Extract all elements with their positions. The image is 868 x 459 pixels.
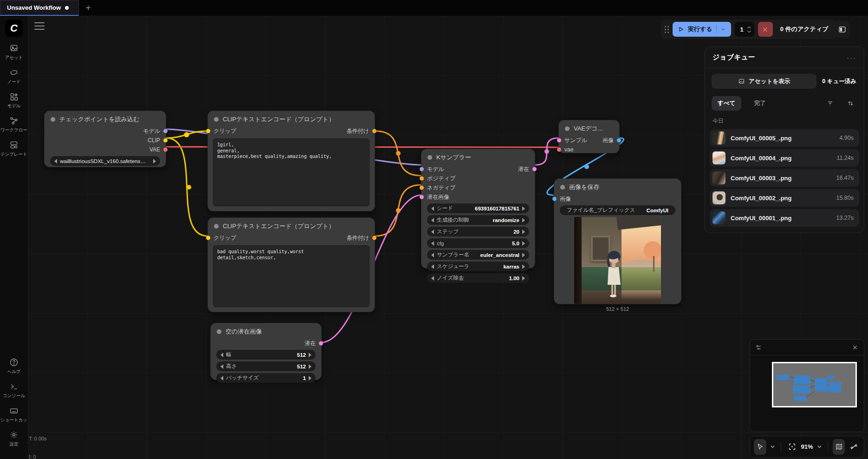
output-port-conditioning[interactable] [372,129,376,133]
sidebar-item-nodes[interactable]: ノード [0,68,28,85]
batch-count-input[interactable]: 1 [735,22,754,37]
cancel-button[interactable] [758,22,773,37]
minimap-viewport[interactable] [772,362,857,407]
node-load-checkpoint[interactable]: チェックポイントを読み込む モデル CLIP VAE wailllustriou… [44,111,166,167]
input-port-positive[interactable] [420,177,424,181]
prompt-textarea[interactable]: bad quality,worst quality,worst detail,s… [213,245,369,307]
image-dimensions: 512 × 512 [606,306,629,312]
queue-menu-button[interactable]: ··· [847,53,856,61]
queue-section-label: 今日 [705,113,864,127]
input-port-clip[interactable] [206,129,210,133]
denoise-widget[interactable]: ノイズ除去1.00 [427,273,529,283]
output-port-image[interactable] [617,138,621,143]
queue-item[interactable]: ComfyUI_00001_.png 13.27s [710,209,859,227]
queue-item[interactable]: ComfyUI_00002_.png 15.80s [710,189,859,207]
output-port-latent[interactable] [532,167,537,171]
queue-item[interactable]: ComfyUI_00003_.png 16.47s [710,169,859,187]
node-save-image[interactable]: 画像を保存 画像 ファイル名_プレフィックス ComfyUI [554,178,681,304]
sidebar-item-models[interactable]: モデル [0,92,28,109]
input-port-latent-image[interactable] [420,195,424,199]
step-up-icon[interactable] [747,26,751,29]
node-ksampler[interactable]: Kサンプラー モデル 潜在 ポジティブ ネガティブ 潜在画像 シード693916… [421,149,535,269]
result-thumbnail [713,151,725,164]
workflow-tab[interactable]: Unsaved Workflow [0,0,79,16]
node-empty-latent-image[interactable]: 空の潜在画像 潜在 幅512 高さ512 バッチサイズ1 [210,323,322,380]
toggle-links-button[interactable] [848,439,860,455]
models-icon [9,92,19,101]
close-icon[interactable] [852,344,858,351]
assets-image-icon [9,44,19,53]
chevron-down-icon[interactable] [720,26,726,32]
queue-item[interactable]: ComfyUI_00005_.png 4.90s [710,129,859,147]
run-toolbar: 実行する 1 0 件のアクティブ [661,20,837,39]
sidebar-item-help[interactable]: ヘルプ [0,358,28,375]
height-widget[interactable]: 高さ512 [216,361,316,371]
select-tool-button[interactable] [754,439,766,455]
queue-item[interactable]: ComfyUI_00004_.png 11.24s [710,149,859,167]
width-widget[interactable]: 幅512 [216,350,316,360]
input-port-samples[interactable] [557,138,561,143]
node-clip-text-encode-negative[interactable]: CLIPテキストエンコード（プロンプト） クリップ 条件付け bad quali… [207,217,375,312]
queue-tab-all[interactable]: すべて [712,96,741,111]
step-down-icon[interactable] [747,30,751,33]
render-stats: T: 0.00s I: 0 N: 7 [7] V: 29 FPS:121.95 [29,424,56,459]
scheduler-widget[interactable]: スケジューラkarras [427,262,529,271]
sort-button[interactable] [843,97,857,111]
map-icon [835,443,843,451]
input-port-negative[interactable] [420,186,424,190]
cfg-widget[interactable]: cfg5.0 [427,238,529,248]
seed-widget[interactable]: シード693916017815761 [427,203,529,213]
ckpt-name-widget[interactable]: wailllustriousSDXL_v160.safetens… [50,156,160,166]
graph-canvas[interactable]: チェックポイントを読み込む モデル CLIP VAE wailllustriou… [28,16,868,459]
drag-handle[interactable] [665,26,669,33]
sidebar-item-shortcuts[interactable]: ショートカッ [0,406,28,423]
input-port-image[interactable] [552,197,557,201]
steps-widget[interactable]: ステップ20 [427,227,529,236]
collapse-dot-icon[interactable] [214,224,219,229]
sampler-name-widget[interactable]: サンプラー名euler_ancestral [427,250,529,260]
run-button[interactable]: 実行する [673,22,731,37]
tool-dropdown-button[interactable] [769,439,777,455]
node-vae-decode[interactable]: VAEデコ... サンプル 画像 vae [558,120,620,153]
filename-prefix-widget[interactable]: ファイル名_プレフィックス ComfyUI [560,205,675,215]
sidebar-item-assets[interactable]: アセット [0,44,28,61]
widget-left-arrow-icon[interactable] [54,159,57,164]
collapse-dot-icon[interactable] [565,126,570,131]
input-port-vae[interactable] [557,148,561,152]
show-assets-button[interactable]: アセットを表示 [712,74,816,89]
control-after-generate-widget[interactable]: 生成後の制御randomize [427,215,529,225]
sidebar-item-settings[interactable]: 設定 [0,430,28,447]
output-image-preview[interactable] [574,217,661,304]
output-port-latent[interactable] [319,341,323,346]
collapse-dot-icon[interactable] [428,155,432,160]
sidebar-item-console[interactable]: コンソール [0,382,28,399]
collapse-dot-icon[interactable] [560,185,565,190]
side-panel-toggle-button[interactable] [834,21,850,38]
fit-view-button[interactable] [786,439,798,455]
minimap-view[interactable] [750,355,864,432]
queue-tab-completed[interactable]: 完了 [748,96,771,111]
collapse-dot-icon[interactable] [214,117,219,122]
collapse-dot-icon[interactable] [51,117,55,122]
input-port-model[interactable] [420,167,424,171]
output-port-clip[interactable] [163,138,168,143]
sidebar-item-templates[interactable]: テンプレート [0,140,28,157]
output-port-model[interactable] [163,129,168,133]
batch-size-widget[interactable]: バッチサイズ1 [216,373,316,383]
collapse-dot-icon[interactable] [217,329,221,334]
prompt-textarea[interactable]: 1girl, general, masterpiece,best quality… [213,138,369,206]
zoom-level[interactable]: 91% [801,443,813,450]
left-sidebar: C アセット ノード モデル ワークフロー テンプレート ヘルプ コンソール シ… [0,16,28,459]
canvas-menu-button[interactable] [34,22,45,30]
filter-icon [827,100,834,107]
output-port-conditioning[interactable] [372,236,376,240]
widget-right-arrow-icon[interactable] [153,159,156,164]
input-port-clip[interactable] [206,236,210,240]
zoom-dropdown-button[interactable] [816,439,823,455]
output-port-vae[interactable] [163,148,168,152]
filter-button[interactable] [823,97,837,111]
sidebar-item-workflows[interactable]: ワークフロー [0,116,28,133]
new-workflow-button[interactable]: + [79,0,97,16]
node-clip-text-encode-positive[interactable]: CLIPテキストエンコード（プロンプト） クリップ 条件付け 1girl, ge… [207,111,375,211]
minimap-toggle-button[interactable] [833,439,845,455]
